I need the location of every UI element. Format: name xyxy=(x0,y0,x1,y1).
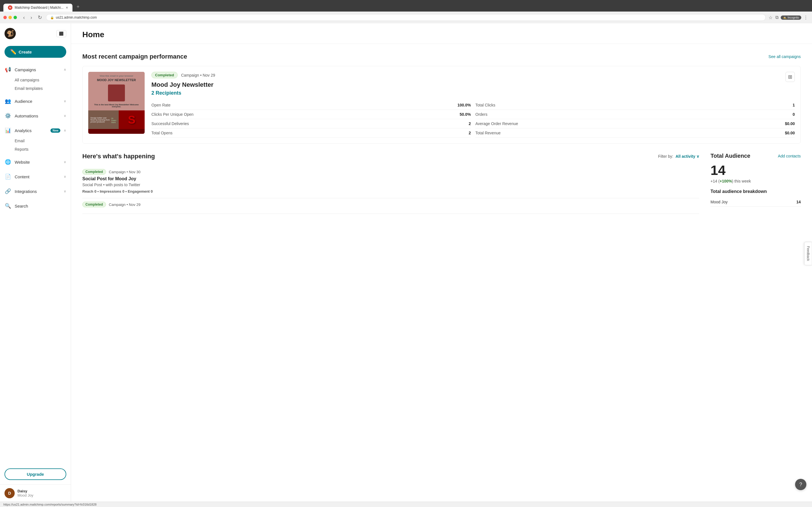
thumb-bottom-row: Design better user flows by learning fro… xyxy=(88,110,145,129)
open-rate-value: 100.0% xyxy=(458,103,471,107)
tab-favicon: M xyxy=(8,5,12,10)
add-contacts-link[interactable]: Add contacts xyxy=(778,154,801,158)
total-revenue-label: Total Revenue xyxy=(475,131,501,135)
total-revenue-value: $0.00 xyxy=(785,131,795,135)
clicks-unique-value: 50.0% xyxy=(460,112,471,117)
analytics-chevron: ∧ xyxy=(64,128,66,132)
sidebar-toggle-button[interactable]: ⬛ xyxy=(56,30,66,37)
nav-section-website: 🌐 Website ∨ xyxy=(0,155,71,169)
bullet-2: • xyxy=(125,189,128,193)
avg-revenue-value: $0.00 xyxy=(785,121,795,126)
analytics-submenu: Email Reports xyxy=(0,136,71,154)
nav-section-analytics: 📊 Analytics New ∧ Email Reports xyxy=(0,123,71,155)
sidebar-item-analytics[interactable]: 📊 Analytics New ∧ xyxy=(0,124,71,136)
new-tab-button[interactable]: + xyxy=(73,2,82,11)
thumb-title: MOOD JOY NEWSLETTER xyxy=(97,78,136,82)
user-avatar: D xyxy=(4,488,15,498)
sidebar-item-automations[interactable]: ⚙️ Automations ∨ xyxy=(0,110,71,122)
incognito-badge: 🕵 Incognito xyxy=(781,15,801,20)
audience-chevron: ∨ xyxy=(64,99,66,103)
campaign-thumbnail: View this email in your browser MOOD JOY… xyxy=(88,72,145,134)
avg-revenue-label: Average Order Revenue xyxy=(475,121,518,126)
secure-icon: 🔒 xyxy=(50,16,54,19)
extensions-button[interactable]: ⧉ xyxy=(775,14,779,20)
audience-panel: Total Audience Add contacts 14 +14 (+100… xyxy=(711,153,801,214)
stat-deliveries: Successful Deliveries 2 xyxy=(151,119,471,128)
sidebar-item-email[interactable]: Email xyxy=(15,136,71,145)
sidebar-item-campaigns[interactable]: 📢 Campaigns ∧ xyxy=(0,63,71,76)
user-name: Daisy xyxy=(17,489,33,493)
breakdown-row-0: Mood Joy 14 xyxy=(711,198,801,207)
close-window-button[interactable] xyxy=(3,16,7,19)
integrations-icon: 🔗 xyxy=(4,188,11,194)
stat-total-revenue: Total Revenue $0.00 xyxy=(475,128,795,138)
sidebar-item-reports[interactable]: Reports xyxy=(15,145,71,154)
page-title: Home xyxy=(82,30,801,39)
activity-title-0[interactable]: Social Post for Mood Joy xyxy=(82,176,699,181)
stat-orders: Orders 0 xyxy=(475,110,795,119)
change-suffix: ) this week xyxy=(732,179,751,183)
back-button[interactable]: ‹ xyxy=(21,14,27,21)
filter-value: All activity xyxy=(675,154,695,159)
campaigns-submenu: All campaigns Email templates xyxy=(0,76,71,93)
orders-value: 0 xyxy=(793,112,795,117)
campaign-add-button[interactable]: ⊞ xyxy=(785,72,795,82)
sidebar-item-search[interactable]: 🔍 Search xyxy=(0,200,71,212)
sidebar-item-content[interactable]: 📄 Content ∨ xyxy=(0,170,71,183)
active-tab[interactable]: M Mailchimp Dashboard | Mailchi... × xyxy=(3,4,72,11)
integrations-label: Integrations xyxy=(15,189,60,194)
automations-label: Automations xyxy=(15,114,60,118)
breakdown-label-0: Mood Joy xyxy=(711,200,728,204)
change-prefix: +14 ( xyxy=(711,179,719,183)
campaign-section-header: Most recent campaign performance See all… xyxy=(82,53,801,60)
stat-avg-order-revenue: Average Order Revenue $0.00 xyxy=(475,119,795,128)
app-container: 🐒 ⬛ ✏️ Create 📢 Campaigns ∧ All campaign… xyxy=(0,23,812,502)
audience-label: Audience xyxy=(15,99,60,104)
stat-open-rate: Open Rate 100.0% xyxy=(151,101,471,110)
sidebar-item-website[interactable]: 🌐 Website ∨ xyxy=(0,156,71,168)
forward-button[interactable]: › xyxy=(29,14,34,21)
activity-badge-0: Completed xyxy=(82,169,106,175)
upgrade-button[interactable]: Upgrade xyxy=(4,468,66,480)
reload-button[interactable]: ↻ xyxy=(36,14,44,21)
reach-value: 0 xyxy=(94,189,96,193)
nav-section-automations: ⚙️ Automations ∨ xyxy=(0,108,71,123)
sidebar: 🐒 ⬛ ✏️ Create 📢 Campaigns ∧ All campaign… xyxy=(0,23,71,502)
impressions-value: 0 xyxy=(122,189,124,193)
sidebar-item-email-templates[interactable]: Email templates xyxy=(15,84,71,93)
sidebar-item-audience[interactable]: 👥 Audience ∨ xyxy=(0,95,71,107)
activity-type-0: Campaign • Nov 30 xyxy=(109,170,140,174)
incognito-icon: 🕵 xyxy=(783,16,786,19)
user-profile[interactable]: D Daisy Mood Joy xyxy=(0,485,71,502)
change-pct: +100% xyxy=(719,179,732,183)
filter-label: Filter by: xyxy=(658,154,673,159)
browser-chrome: M Mailchimp Dashboard | Mailchi... × + xyxy=(0,0,812,11)
browser-menu-button[interactable]: ⋮ xyxy=(803,14,809,21)
address-bar[interactable]: 🔒 us21.admin.mailchimp.com xyxy=(46,14,766,21)
minimize-window-button[interactable] xyxy=(8,16,12,19)
see-all-campaigns-link[interactable]: See all campaigns xyxy=(769,54,801,59)
activity-feed: Here's what's happening Filter by: All a… xyxy=(82,153,699,214)
feedback-tab[interactable]: Feedback xyxy=(804,242,812,265)
create-button[interactable]: ✏️ Create xyxy=(4,46,66,58)
sidebar-item-all-campaigns[interactable]: All campaigns xyxy=(15,76,71,84)
filter-select-button[interactable]: All activity ∨ xyxy=(675,154,699,159)
sidebar-item-integrations[interactable]: 🔗 Integrations ∨ xyxy=(0,185,71,198)
reach-label: Reach xyxy=(82,189,93,193)
stat-clicks-per-unique: Clicks Per Unique Open 50.0% xyxy=(151,110,471,119)
audience-count: 14 xyxy=(711,164,801,177)
deliveries-label: Successful Deliveries xyxy=(151,121,189,126)
create-label: Create xyxy=(18,50,32,54)
browser-actions: ☆ ⧉ 🕵 Incognito ⋮ xyxy=(768,14,809,21)
maximize-window-button[interactable] xyxy=(13,16,17,19)
audience-icon: 👥 xyxy=(4,98,11,105)
website-label: Website xyxy=(15,160,60,165)
filter-chevron-icon: ∨ xyxy=(696,154,699,159)
help-button[interactable]: ? xyxy=(795,479,806,490)
total-opens-value: 2 xyxy=(469,131,471,135)
campaigns-label: Campaigns xyxy=(15,67,60,72)
tab-close-button[interactable]: × xyxy=(66,5,68,10)
automations-chevron: ∨ xyxy=(64,114,66,118)
bookmark-button[interactable]: ☆ xyxy=(768,14,773,21)
total-clicks-label: Total Clicks xyxy=(475,103,495,107)
